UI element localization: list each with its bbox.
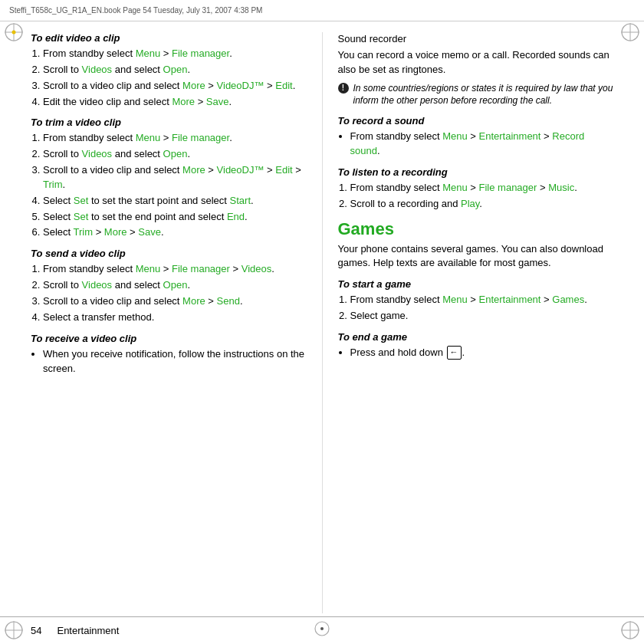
list-item: Scroll to a recording and Play. (350, 197, 614, 212)
games-heading: Games (338, 219, 614, 239)
link-edit: Edit (275, 164, 292, 176)
link-videos: Videos (82, 148, 113, 159)
link-videos2: Videos (82, 279, 113, 291)
note-block: In some countries/regions or states it i… (338, 82, 614, 108)
link-trim2: Trim (74, 226, 94, 238)
link-start: Start (230, 195, 251, 206)
link-open: Open (163, 148, 188, 159)
link-music: Music (548, 182, 574, 193)
link-save2: Save (138, 226, 161, 238)
list-item: Select Trim > More > Save. (43, 225, 307, 240)
list-start-game: From standby select Menu > Entertainment… (350, 293, 614, 324)
list-end-game: Press and hold down ←. (350, 346, 614, 360)
footer-page-number: 54 (31, 625, 41, 636)
link-menu: Menu (442, 182, 468, 193)
column-divider (322, 32, 323, 613)
list-item: Scroll to Videos and select Open. (43, 147, 307, 162)
list-receive-video: When you receive notification, follow th… (43, 347, 307, 376)
list-item: Scroll to Videos and select Open. (43, 63, 307, 77)
link-play: Play (461, 198, 479, 209)
link-send: Send (217, 295, 240, 307)
section-title-edit-video: To edit video a clip (31, 32, 307, 44)
section-title-listen-recording: To listen to a recording (338, 166, 614, 178)
note-icon (338, 83, 349, 94)
link-save: Save (206, 96, 229, 107)
link-more: More (182, 80, 205, 91)
list-item: Press and hold down ←. (350, 346, 614, 360)
link-filemanager: File manager (479, 182, 537, 193)
link-videos: Videos (242, 263, 272, 274)
sound-recorder-heading: Sound recorder (338, 32, 614, 47)
svg-point-14 (320, 627, 324, 630)
link-videodj: VideoDJ™ (217, 80, 264, 91)
section-title-trim-video: To trim a video clip (31, 117, 307, 128)
sound-recorder-body: You can record a voice memo or a call. R… (338, 48, 614, 77)
content-area: To edit video a clip From standby select… (31, 21, 613, 613)
games-body: Your phone contains several games. You c… (338, 242, 614, 271)
list-item: From standby select Menu > File manager … (43, 262, 307, 277)
list-send-video: From standby select Menu > File manager … (43, 262, 307, 324)
link-filemanager: File manager (172, 48, 229, 59)
link-menu: Menu (136, 48, 161, 59)
link-menu: Menu (442, 130, 468, 142)
list-item: Select Set to set the end point and sele… (43, 210, 307, 225)
list-item: Scroll to Videos and select Open. (43, 278, 307, 293)
left-column: To edit video a clip From standby select… (31, 21, 307, 613)
list-item: Select a transfer method. (43, 310, 307, 325)
footer-section: Entertainment (57, 625, 119, 636)
list-item: Scroll to a video clip and select More >… (43, 79, 307, 94)
list-item: From standby select Menu > File manager. (43, 131, 307, 146)
note-text: In some countries/regions or states it i… (353, 82, 614, 108)
list-edit-video: From standby select Menu > File manager.… (43, 47, 307, 109)
list-item: Edit the video clip and select More > Sa… (43, 95, 307, 110)
bottom-center-mark (314, 620, 330, 639)
link-videos: Videos (82, 64, 113, 75)
link-record-sound: Record sound (350, 130, 585, 156)
list-item: When you receive notification, follow th… (43, 347, 307, 376)
link-set: Set (74, 195, 89, 206)
list-item: Scroll to a video clip and select More >… (43, 294, 307, 309)
link-trim: Trim (43, 179, 63, 190)
link-videodj: VideoDJ™ (217, 164, 264, 176)
header-bar: Steffi_T658c_UG_R1A_EN.book Page 54 Tues… (0, 0, 644, 21)
link-menu: Menu (136, 263, 161, 274)
link-more3: More (104, 226, 127, 238)
right-column: Sound recorder You can record a voice me… (338, 21, 614, 613)
link-more: More (182, 164, 205, 176)
svg-point-3 (12, 31, 16, 34)
link-games: Games (552, 294, 584, 305)
link-more: More (182, 295, 205, 307)
link-menu: Menu (136, 132, 161, 143)
reg-mark-tl (3, 21, 25, 43)
section-title-start-game: To start a game (338, 278, 614, 290)
link-filemanager: File manager (172, 263, 230, 274)
list-record-sound: From standby select Menu > Entertainment… (350, 130, 614, 159)
link-more2: More (172, 96, 195, 107)
list-listen-recording: From standby select Menu > File manager … (350, 181, 614, 212)
section-title-send-video: To send a video clip (31, 248, 307, 259)
link-set2: Set (74, 211, 89, 222)
list-item: From standby select Menu > Entertainment… (350, 293, 614, 307)
section-title-record-sound: To record a sound (338, 115, 614, 127)
link-filemanager: File manager (172, 132, 229, 143)
list-item: Select Set to set the start point and se… (43, 194, 307, 209)
section-title-receive-video: To receive a video clip (31, 333, 307, 344)
link-menu: Menu (442, 294, 468, 305)
header-text: Steffi_T658c_UG_R1A_EN.book Page 54 Tues… (9, 6, 262, 15)
back-button-icon: ← (447, 346, 462, 360)
list-item: Select game. (350, 309, 614, 324)
list-trim-video: From standby select Menu > File manager.… (43, 131, 307, 240)
link-entertainment: Entertainment (479, 294, 541, 305)
page-container: Steffi_T658c_UG_R1A_EN.book Page 54 Tues… (0, 0, 644, 644)
link-end: End (227, 211, 245, 222)
link-open: Open (163, 64, 188, 75)
link-open: Open (163, 279, 188, 291)
link-entertainment: Entertainment (479, 130, 541, 142)
section-title-end-game: To end a game (338, 331, 614, 343)
list-item: Scroll to a video clip and select More >… (43, 163, 307, 192)
reg-mark-tr (619, 21, 641, 43)
list-item: From standby select Menu > Entertainment… (350, 130, 614, 159)
list-item: From standby select Menu > File manager. (43, 47, 307, 61)
list-item: From standby select Menu > File manager … (350, 181, 614, 196)
link-edit: Edit (275, 80, 292, 91)
